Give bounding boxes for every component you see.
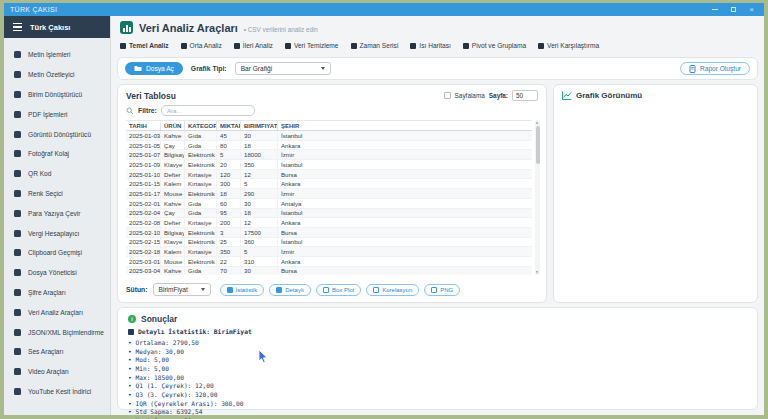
filter-label: Filtre: [138, 107, 157, 114]
korelasyon-button[interactable]: Korelasyon [366, 284, 419, 296]
minimize-icon[interactable] [712, 9, 718, 10]
table-row[interactable]: 2025-01-09KlavyeElektronik20350İstanbul [126, 160, 532, 170]
table-row[interactable]: 2025-01-17MouseElektronik18290İzmir [126, 189, 532, 199]
hamburger-menu-icon[interactable] [13, 23, 22, 32]
pagination-checkbox[interactable] [444, 92, 451, 99]
sidebar-item-video-araclari[interactable]: Video Araçları [4, 362, 110, 382]
table-cell: İstanbul [278, 160, 532, 169]
filter-input[interactable] [161, 105, 255, 116]
sidebar-item-metin-ozetleyici[interactable]: Metin Özetleyici [4, 65, 110, 85]
table-cell: Bursa [278, 228, 532, 237]
sidebar-item-sifre-araclari[interactable]: Şifre Araçları [4, 283, 110, 303]
box-plot-button[interactable]: Box Plot [316, 284, 361, 296]
table-cell: İzmir [278, 247, 532, 256]
table-row[interactable]: 2025-02-18KalemKırtasiye3505İzmir [126, 247, 532, 257]
sidebar-item-json-xml-bicimlendirme[interactable]: JSON/XML Biçimlendirme [4, 322, 110, 342]
tab-zaman-serisi[interactable]: Zaman Serisi [351, 42, 399, 49]
png-button[interactable]: PNG [424, 284, 460, 296]
sidebar-item-metin-islemleri[interactable]: Metin İşlemleri [4, 45, 110, 65]
table-cell: 2025-02-10 [126, 228, 161, 237]
mouse-cursor [258, 349, 269, 364]
sidebar-item-para-yaziya-cevir[interactable]: Para Yazıya Çevir [4, 203, 110, 223]
table-row[interactable]: 2025-01-03KahveGıda4530İstanbul [126, 131, 532, 141]
tab-ileri-analiz[interactable]: İleri Analiz [234, 42, 273, 49]
tab-temel-analiz[interactable]: Temel Analiz [120, 42, 169, 49]
sidebar-item-vergi-hesaplayici[interactable]: Vergi Hesaplayıcı [4, 223, 110, 243]
close-icon[interactable]: × [749, 6, 754, 14]
table-cell: 20 [217, 160, 241, 169]
table-column-header[interactable]: TARIH [126, 121, 161, 130]
table-cell: 17500 [241, 228, 278, 237]
sidebar-item-veri-analiz-araclari[interactable]: Veri Analiz Araçları [4, 302, 110, 322]
line-chart-icon [562, 91, 572, 100]
table-row[interactable]: 2025-01-15KalemKırtasiye3005Ankara [126, 179, 532, 189]
scroll-up-icon[interactable] [536, 121, 538, 124]
sidebar-item-ses-araclari[interactable]: Ses Araçları [4, 342, 110, 362]
detayli-button[interactable]: Detaylı [269, 284, 311, 296]
table-row[interactable]: 2025-02-08DefterKırtasiye20012Ankara [126, 218, 532, 228]
table-row[interactable]: 2025-02-04ÇayGıda9518İstanbul [126, 209, 532, 219]
results-title: Sonuçlar [141, 314, 177, 324]
sidebar-item-qr-kod[interactable]: QR Kod [4, 164, 110, 184]
table-row[interactable]: 2025-03-01MouseElektronik22310Ankara [126, 257, 532, 267]
scroll-down-icon[interactable] [536, 271, 538, 274]
tab-veri-karsilastirma[interactable]: Veri Karşılaştırma [538, 42, 599, 49]
table-row[interactable]: 2025-02-15KlavyeElektronik25360İstanbul [126, 238, 532, 248]
istatistik-button[interactable]: İstatistik [220, 284, 265, 296]
table-row[interactable]: 2025-01-07BilgisayarElektronik518000İzmi… [126, 150, 532, 160]
tax-calculator-icon [14, 230, 21, 237]
table-row[interactable]: 2025-03-04KahveGıda7030Bursa [126, 267, 532, 275]
palette-icon [14, 190, 21, 197]
table-cell: 5 [241, 247, 278, 256]
table-column-header[interactable]: ÜRÜN [161, 121, 185, 130]
table-cell: 70 [217, 267, 241, 275]
table-cell: 45 [217, 131, 241, 140]
table-cell: Gıda [185, 199, 217, 208]
table-row[interactable]: 2025-01-05ÇayGıda8018Ankara [126, 141, 532, 151]
pdf-icon [14, 111, 21, 118]
tab-veri-temizleme[interactable]: Veri Temizleme [285, 42, 339, 49]
table-cell: Klavye [161, 160, 185, 169]
scrollbar-thumb[interactable] [536, 126, 540, 164]
table-scrollbar[interactable] [535, 120, 540, 275]
folder-icon [14, 269, 21, 276]
sidebar-item-youtube-kesit-indirici[interactable]: YouTube Kesit İndirici [4, 382, 110, 402]
table-cell: 18 [217, 189, 241, 198]
tab-orta-analiz[interactable]: Orta Analiz [181, 42, 222, 49]
correlation-icon [373, 287, 379, 293]
open-file-button[interactable]: Dosya Aç [125, 62, 183, 75]
sidebar-item-fotograf-kolaj[interactable]: Fotoğraf Kolaj [4, 144, 110, 164]
page-size-input[interactable] [512, 90, 538, 101]
maximize-icon[interactable] [731, 7, 736, 12]
chart-type-select[interactable]: Bar Grafiği [235, 62, 331, 75]
table-row[interactable]: 2025-02-10BilgisayarElektronik317500Burs… [126, 228, 532, 238]
sidebar-item-dosya-yoneticisi[interactable]: Dosya Yöneticisi [4, 263, 110, 283]
column-select[interactable]: BirimFiyat [153, 283, 211, 296]
stat-line: • Max: 18500,00 [128, 374, 747, 383]
sidebar-item-birim-donusturucu[interactable]: Birim Dönüştürücü [4, 85, 110, 105]
table-column-header[interactable]: ŞEHIR [278, 121, 532, 130]
search-icon [126, 107, 134, 115]
table-column-header[interactable]: KATEGORI [185, 121, 217, 130]
create-report-button[interactable]: Rapor Oluştur [680, 62, 750, 75]
table-row[interactable]: 2025-02-01KahveGıda6030Antalya [126, 199, 532, 209]
column-select-value: BirimFiyat [159, 286, 188, 293]
bar-chart-icon [120, 21, 133, 34]
sidebar-item-clipboard-gecmisi[interactable]: Clipboard Geçmişi [4, 243, 110, 263]
sidebar-item-renk-secici[interactable]: Renk Seçici [4, 184, 110, 204]
collage-icon [14, 150, 21, 157]
table-cell: Elektronik [185, 150, 217, 159]
sidebar-item-goruntu-donusturucu[interactable]: Görüntü Dönüştürücü [4, 124, 110, 144]
calculator-icon [14, 91, 21, 98]
page-header: Veri Analiz Araçları • CSV verilerini an… [120, 21, 318, 34]
statistics-disk-icon [128, 329, 134, 335]
table-row[interactable]: 2025-01-10DefterKırtasiye12012Bursa [126, 170, 532, 180]
table-cell: 350 [217, 247, 241, 256]
sidebar-item-pdf-islemleri[interactable]: PDF İşlemleri [4, 104, 110, 124]
table-column-header[interactable]: BIRIMFIYAT [241, 121, 278, 130]
table-cell: 3 [217, 228, 241, 237]
table-column-header[interactable]: MIKTAR [217, 121, 241, 130]
lock-icon [14, 289, 21, 296]
tab-pivot-ve-gruplama[interactable]: Pivot ve Gruplama [463, 42, 526, 49]
tab-isi-haritasi[interactable]: Isı Haritası [410, 42, 451, 49]
